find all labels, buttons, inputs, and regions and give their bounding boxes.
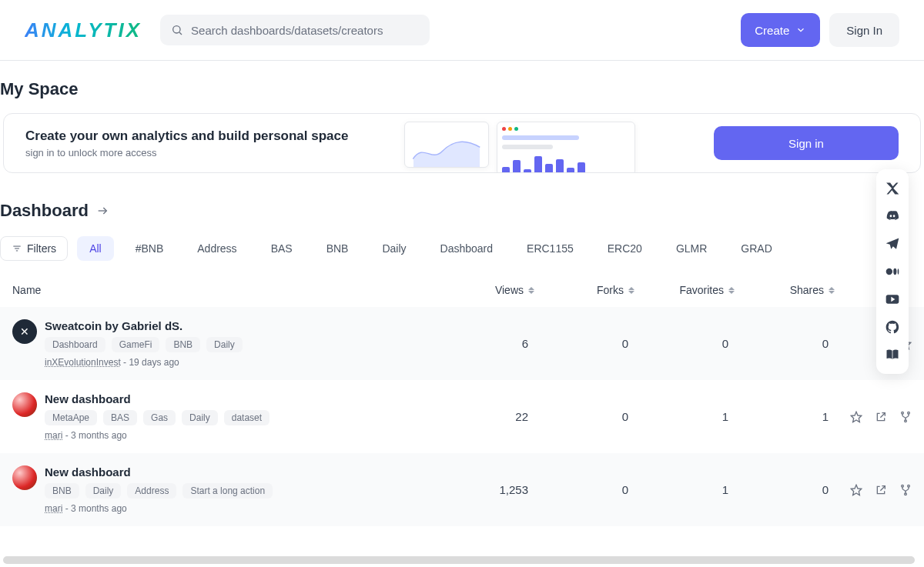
shares-cell: 0 [735, 337, 835, 350]
app-header: ANALYTIX Create Sign In [0, 0, 924, 61]
row-title[interactable]: Sweatcoin by Gabriel dS. [45, 319, 243, 332]
tag[interactable]: Gas [143, 410, 176, 425]
svg-marker-7 [851, 412, 861, 422]
search-wrap[interactable] [160, 15, 430, 45]
svg-point-14 [905, 493, 907, 495]
discord-icon[interactable] [884, 208, 901, 225]
filter-row: Filters All#BNBAddressBASBNBDailyDashboa… [0, 236, 924, 261]
open-icon[interactable] [875, 484, 887, 496]
svg-point-12 [902, 485, 904, 487]
tag[interactable]: Start a long action [182, 483, 273, 499]
banner-sign-in-button[interactable]: Sign in [714, 126, 899, 160]
shares-cell: 0 [735, 483, 835, 496]
svg-point-10 [905, 420, 907, 422]
filters-label: Filters [27, 242, 56, 255]
tag-row: MetaApeBASGasDailydataset [45, 410, 270, 425]
row-main: ✕Sweatcoin by Gabriel dS.DashboardGameFi… [12, 319, 434, 368]
row-title[interactable]: New dashboard [45, 392, 270, 405]
sort-icon [628, 287, 634, 294]
svg-point-9 [908, 412, 910, 414]
views-cell: 22 [434, 410, 534, 423]
star-icon[interactable] [850, 484, 862, 496]
tag[interactable]: BAS [103, 410, 137, 425]
favorites-cell: 1 [634, 483, 735, 496]
chevron-down-icon [795, 25, 806, 35]
tag-row: BNBDailyAddressStart a long action [45, 483, 273, 499]
filter-chip-bas[interactable]: BAS [259, 236, 305, 261]
table-row[interactable]: ✕Sweatcoin by Gabriel dS.DashboardGameFi… [0, 307, 924, 380]
shares-cell: 1 [735, 410, 835, 423]
filter-chip-erc20[interactable]: ERC20 [595, 236, 654, 261]
col-favorites[interactable]: Favorites [634, 284, 735, 296]
illus-chart-card [404, 122, 489, 168]
book-icon[interactable] [884, 346, 901, 363]
tag[interactable]: Address [127, 483, 176, 499]
col-forks[interactable]: Forks [534, 284, 634, 296]
avatar[interactable] [12, 465, 37, 490]
sign-in-button[interactable]: Sign In [829, 13, 899, 47]
banner-text: Create your own analytics and build pers… [25, 128, 348, 158]
col-shares[interactable]: Shares [735, 284, 835, 296]
avatar[interactable] [12, 392, 37, 417]
search-input[interactable] [191, 24, 419, 37]
author-link[interactable]: mari [45, 430, 62, 441]
action-cell [835, 484, 912, 496]
create-button[interactable]: Create [741, 13, 820, 47]
filter-chip-bnb[interactable]: BNB [314, 236, 361, 261]
views-cell: 6 [434, 337, 534, 350]
tag[interactable]: GameFi [112, 337, 160, 352]
row-main: New dashboardBNBDailyAddressStart a long… [12, 465, 434, 514]
dashboard-heading[interactable]: Dashboard [0, 201, 924, 221]
filters-button[interactable]: Filters [0, 236, 68, 261]
svg-point-16 [893, 268, 896, 275]
filter-chip-dashboard[interactable]: Dashboard [428, 236, 506, 261]
row-meta: mari - 3 months ago [45, 503, 273, 514]
svg-marker-11 [851, 485, 861, 495]
author-link[interactable]: inXEvolutionInvest [45, 357, 121, 368]
horizontal-scrollbar[interactable] [3, 556, 915, 564]
logo: ANALYTIX [25, 18, 142, 42]
tag-row: DashboardGameFiBNBDaily [45, 337, 243, 352]
table-row[interactable]: New dashboardBNBDailyAddressStart a long… [0, 453, 924, 526]
filter-chip-daily[interactable]: Daily [370, 236, 418, 261]
fork-icon[interactable] [899, 411, 912, 423]
banner-title: Create your own analytics and build pers… [25, 128, 348, 144]
fork-icon[interactable] [899, 484, 912, 496]
filter-chip-address[interactable]: Address [185, 236, 249, 261]
views-cell: 1,253 [434, 483, 534, 496]
filter-chip-all[interactable]: All [77, 236, 114, 261]
filter-chip-glmr[interactable]: GLMR [664, 236, 719, 261]
filter-chip-grad[interactable]: GRAD [728, 236, 784, 261]
tag[interactable]: Daily [182, 410, 218, 425]
tag[interactable]: Daily [85, 483, 122, 499]
star-icon[interactable] [850, 411, 862, 423]
svg-point-17 [898, 268, 899, 275]
col-views[interactable]: Views [434, 284, 534, 296]
open-icon[interactable] [875, 411, 887, 423]
telegram-icon[interactable] [884, 235, 901, 252]
author-link[interactable]: mari [45, 503, 62, 514]
svg-point-15 [886, 268, 892, 275]
filter-chip-erc1155[interactable]: ERC1155 [514, 236, 586, 261]
github-icon[interactable] [884, 319, 901, 335]
x-icon[interactable] [884, 180, 901, 197]
tag[interactable]: MetaApe [45, 410, 97, 425]
action-cell [835, 411, 912, 423]
illus-dash-card [497, 122, 635, 173]
medium-icon[interactable] [884, 263, 901, 280]
tag[interactable]: BNB [166, 337, 200, 352]
avatar[interactable]: ✕ [12, 319, 37, 344]
search-icon [171, 24, 183, 36]
tag[interactable]: Daily [206, 337, 243, 352]
tag[interactable]: dataset [224, 410, 270, 425]
youtube-icon[interactable] [884, 291, 901, 308]
sort-icon [528, 287, 534, 294]
sort-icon [728, 287, 735, 294]
tag[interactable]: Dashboard [45, 337, 105, 352]
row-title[interactable]: New dashboard [45, 465, 273, 479]
filter-chip-bnb[interactable]: #BNB [123, 236, 176, 261]
tag[interactable]: BNB [45, 483, 79, 499]
table-body: ✕Sweatcoin by Gabriel dS.DashboardGameFi… [0, 307, 924, 526]
table-row[interactable]: New dashboardMetaApeBASGasDailydatasetma… [0, 380, 924, 453]
row-meta: inXEvolutionInvest - 19 days ago [45, 357, 243, 368]
